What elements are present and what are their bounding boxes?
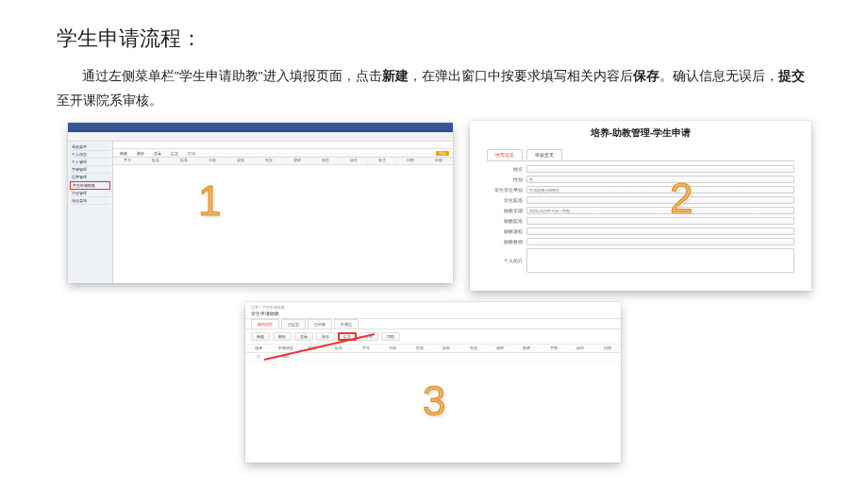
- instruction-paragraph: 通过左侧菜单栏"学生申请助教"进入填报页面，点击新建，在弹出窗口中按要求填写相关…: [0, 53, 868, 112]
- cell: [353, 355, 379, 359]
- col: 课程: [487, 346, 513, 350]
- col: 院系: [170, 158, 198, 164]
- section-header: 学生申请助教: [251, 311, 615, 316]
- breadcrumb: 培养 › 学生申请助教: [251, 305, 615, 310]
- toolbar: 新建 删除 查看 提交 打印 导出: [113, 149, 453, 158]
- app-menubar: [68, 132, 453, 142]
- field-ta-teacher[interactable]: [526, 238, 794, 245]
- label-ta-dept: 助教院系: [487, 219, 526, 224]
- sidebar: 系统菜单 个人信息 个人管理 学籍管理 培养管理 学生申请助教 毕业管理 综合查…: [68, 142, 113, 283]
- field-gender[interactable]: 男: [526, 176, 794, 183]
- field-name[interactable]: [526, 165, 794, 173]
- table-row[interactable]: ☑ 草稿: [245, 353, 621, 362]
- tab-fill-info[interactable]: 填写信息: [487, 149, 523, 160]
- table-header: 学号 姓名 院系 年级 类别 专业 课程 状态 操作 备注 日期 审核: [113, 158, 453, 165]
- sidebar-item[interactable]: 系统菜单: [70, 143, 110, 151]
- tab-rejected[interactable]: 不通过: [334, 319, 359, 329]
- step-number-2: 2: [670, 175, 693, 222]
- label-ta-term: 助教学期: [487, 209, 526, 213]
- cell: [299, 355, 326, 359]
- tab-submitted[interactable]: 已提交: [281, 319, 306, 329]
- col: 专业: [255, 158, 283, 164]
- col: 申请状态: [272, 346, 298, 350]
- col: 教师: [513, 346, 540, 350]
- col: 学号: [113, 158, 142, 164]
- col: 年级: [379, 346, 406, 350]
- print-button[interactable]: 打印: [185, 151, 198, 156]
- dialog-tabs: 填写信息 审核意见: [487, 143, 794, 161]
- status-tabs: 填写信息 已提交 已审核 不通过: [245, 319, 621, 329]
- col: 类别: [433, 346, 459, 350]
- col: 操作: [340, 158, 368, 164]
- screenshot-1: 系统菜单 个人信息 个人管理 学籍管理 培养管理 学生申请助教 毕业管理 综合查…: [68, 123, 453, 283]
- empty-table-body: [113, 165, 453, 283]
- label-degree-type: 学生学位类别: [487, 188, 526, 193]
- col: 日期: [593, 346, 620, 350]
- delete-button[interactable]: 删除: [134, 151, 147, 156]
- col: 学号: [353, 346, 379, 350]
- desc-text: 通过左侧菜单栏"学生申请助教"进入填报页面，点击: [82, 69, 382, 83]
- desc-text: 。确认信息无误后，: [659, 69, 778, 83]
- view-button[interactable]: 查看: [294, 332, 313, 341]
- col: 类别: [226, 158, 255, 164]
- col: 审核: [425, 158, 453, 164]
- step-number-1: 1: [198, 177, 221, 225]
- content-tabs: [113, 142, 453, 149]
- export-button[interactable]: 导出: [436, 151, 449, 156]
- desc-text: ，在弹出窗口中按要求填写相关内容后: [409, 69, 633, 83]
- field-bio[interactable]: [526, 248, 794, 273]
- tab-approved[interactable]: 已审核: [308, 319, 332, 329]
- app-titlebar: [68, 123, 453, 132]
- new-button[interactable]: 新建: [117, 151, 130, 156]
- help-button[interactable]: 帮助: [381, 332, 400, 341]
- field-student-dept[interactable]: [526, 196, 794, 204]
- dialog-title: 培养-助教管理-学生申请: [487, 126, 794, 140]
- col: 姓名: [142, 158, 170, 164]
- new-button[interactable]: 新建: [251, 332, 270, 341]
- tab-review[interactable]: 审核意见: [526, 149, 562, 160]
- cell: [513, 355, 540, 359]
- sidebar-item[interactable]: 个人信息: [70, 151, 110, 159]
- sidebar-item[interactable]: 毕业管理: [70, 190, 110, 197]
- cell: [326, 355, 352, 359]
- bold-new: 新建: [382, 69, 409, 83]
- toolbar: 新建 删除 查看 保存 提交 打印 帮助: [245, 329, 621, 345]
- tab-draft[interactable]: 填写信息: [251, 319, 279, 329]
- label-ta-course: 助教课程: [487, 229, 526, 234]
- col: 日期: [396, 158, 425, 164]
- col: 性别: [407, 346, 433, 350]
- delete-button[interactable]: 删除: [273, 332, 292, 341]
- label-bio: 个人简介: [487, 259, 526, 263]
- label-name: 姓名: [487, 167, 526, 172]
- sidebar-item[interactable]: 培养管理: [70, 174, 110, 181]
- cell: [593, 355, 620, 359]
- submit-button[interactable]: 提交: [168, 151, 181, 156]
- field-ta-dept[interactable]: [526, 217, 794, 225]
- view-button[interactable]: 查看: [151, 151, 164, 156]
- col: 备注: [368, 158, 396, 164]
- sidebar-item[interactable]: 学籍管理: [70, 166, 110, 174]
- step-number-3: 3: [423, 378, 445, 425]
- label-student-dept: 学生院系: [487, 198, 526, 203]
- cell: [541, 355, 567, 359]
- field-ta-term[interactable]: 2020-2021学年第一学期: [526, 207, 794, 214]
- save-button[interactable]: 保存: [316, 332, 335, 341]
- field-degree-type[interactable]: 学术型博士研究生: [526, 186, 794, 194]
- col: 操作: [567, 346, 593, 350]
- col: 年级: [198, 158, 226, 164]
- sidebar-item-apply-ta[interactable]: 学生申请助教: [70, 181, 110, 190]
- page-title: 学生申请流程：: [0, 0, 868, 53]
- bold-submit: 提交: [778, 69, 805, 83]
- cell: [407, 355, 433, 359]
- cell: [433, 355, 459, 359]
- bold-save: 保存: [633, 69, 659, 83]
- cell: [567, 355, 593, 359]
- col: 学期: [541, 346, 567, 350]
- cell: [379, 355, 406, 359]
- application-form: 姓名 性别男 学生学位类别学术型博士研究生 学生院系 助教学期2020-2021…: [487, 165, 794, 273]
- sidebar-item[interactable]: 个人管理: [70, 159, 110, 166]
- desc-text: 至开课院系审核。: [57, 93, 162, 108]
- field-ta-course[interactable]: [526, 228, 794, 235]
- label-gender: 性别: [487, 177, 526, 182]
- sidebar-item[interactable]: 综合查询: [70, 197, 110, 205]
